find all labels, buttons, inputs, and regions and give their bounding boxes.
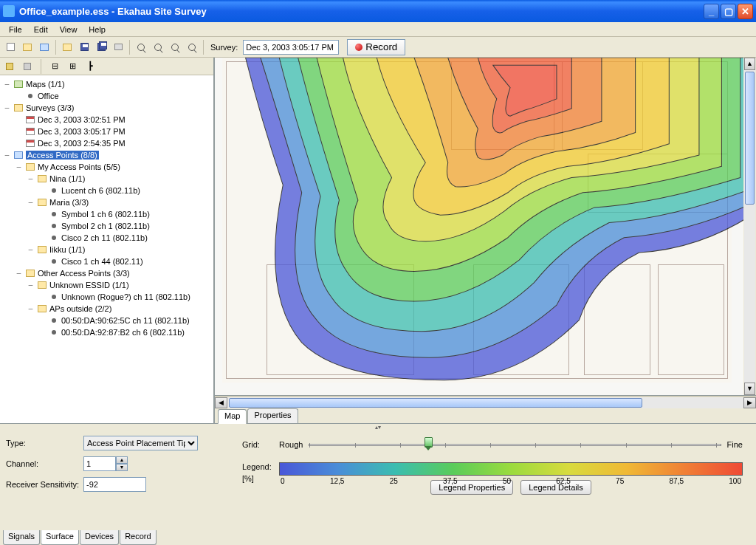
scroll-left-icon[interactable]: ◀: [215, 397, 227, 408]
survey-combo[interactable]: [243, 40, 339, 55]
grid-rough-label: Rough: [279, 440, 303, 449]
tree-office[interactable]: Office: [3, 90, 210, 102]
type-label: Type:: [6, 439, 83, 448]
toolbar-separator: [203, 40, 204, 55]
map-vscrollbar[interactable]: ▲ ▼: [743, 58, 756, 395]
tree-ap-item[interactable]: 00:50:DA:90:62:5C ch 11 (802.11b): [3, 315, 210, 326]
tree-maps[interactable]: −Maps (1/1): [3, 78, 210, 90]
scroll-up-icon[interactable]: ▲: [744, 58, 755, 70]
tree-ap-group[interactable]: −APs outside (2/2): [3, 303, 210, 315]
tab-devices[interactable]: Devices: [80, 530, 119, 545]
map-tabstrip: Map Properties: [215, 408, 756, 423]
tree-ap-item[interactable]: Symbol 1 ch 6 (802.11b): [3, 208, 210, 220]
main-toolbar: Survey: Record: [0, 37, 756, 58]
sensitivity-label: Receiver Sensitivity:: [6, 480, 83, 489]
scroll-right-icon[interactable]: ▶: [743, 397, 756, 408]
slider-thumb[interactable]: [425, 437, 433, 450]
tab-surface[interactable]: Surface: [41, 530, 79, 545]
type-select[interactable]: Access Point Placement Tip: [83, 436, 198, 450]
spin-up-icon[interactable]: ▲: [116, 456, 128, 464]
tb-open-icon[interactable]: [20, 40, 35, 55]
tree-ap-group[interactable]: −Iikku (1/1): [3, 244, 210, 256]
map-canvas[interactable]: ▲ ▼: [215, 58, 756, 396]
tree-ap-item[interactable]: Lucent ch 6 (802.11b): [3, 185, 210, 196]
tree-survey-item[interactable]: Dec 3, 2003 2:54:35 PM: [3, 137, 210, 149]
tree-ap-item[interactable]: Cisco 1 ch 44 (802.11): [3, 256, 210, 267]
tree-surveys[interactable]: −Surveys (3/3): [3, 102, 210, 114]
tb-zoomin-icon[interactable]: [134, 40, 148, 55]
scroll-down-icon[interactable]: ▼: [744, 383, 755, 395]
window-title: Office_example.ess - Ekahau Site Survey: [19, 6, 704, 17]
tb-print-icon[interactable]: [111, 40, 126, 55]
toolbar-separator: [55, 40, 56, 55]
tb-save-icon[interactable]: [77, 40, 92, 55]
record-button[interactable]: Record: [347, 39, 405, 55]
spin-down-icon[interactable]: ▼: [116, 464, 128, 471]
tb-zoom100-icon[interactable]: [185, 40, 199, 55]
menu-bar: File Edit View Help: [0, 22, 756, 37]
legend-label: Legend:: [242, 462, 279, 471]
tb-new-icon[interactable]: [3, 40, 18, 55]
record-label: Record: [365, 41, 397, 52]
bottom-tabstrip: Signals Surface Devices Record: [0, 530, 756, 545]
tree-my-aps[interactable]: −My Access Points (5/5): [3, 161, 210, 173]
legend-gradient: [279, 462, 743, 476]
record-dot-icon: [355, 44, 362, 51]
sensitivity-input[interactable]: [83, 477, 146, 492]
tree-expand-icon[interactable]: ⊟: [47, 59, 62, 74]
tab-record[interactable]: Record: [120, 530, 156, 545]
tree-ap-item[interactable]: 00:50:DA:92:87:B2 ch 6 (802.11b): [3, 326, 210, 338]
map-panel: ▲ ▼ ◀ ▶ Map Properties: [214, 58, 756, 423]
tree-branch-icon[interactable]: ┣: [83, 59, 97, 74]
tree-ap-item[interactable]: Symbol 2 ch 1 (802.11b): [3, 220, 210, 232]
scroll-thumb[interactable]: [745, 72, 755, 205]
tree-collapse-icon[interactable]: ⊞: [65, 59, 80, 74]
tree-ap-item[interactable]: Unknown (Rogue?) ch 11 (802.11b): [3, 291, 210, 303]
tb-saveall-icon[interactable]: [94, 40, 109, 55]
survey-label: Survey:: [210, 43, 238, 52]
tree-access-points[interactable]: −Access Points (8/8): [3, 149, 210, 161]
menu-edit[interactable]: Edit: [28, 24, 54, 35]
tb-zoomout-icon[interactable]: [151, 40, 165, 55]
props-right: Grid: Rough Fine Legend: [%]: [242, 436, 750, 530]
app-icon: [3, 5, 15, 17]
tree-unlock-icon[interactable]: [20, 59, 35, 74]
map-hscrollbar[interactable]: ◀ ▶: [215, 396, 756, 408]
legend-unit: [%]: [242, 474, 279, 483]
tb-add-icon[interactable]: [37, 40, 52, 55]
scroll-track[interactable]: [744, 70, 755, 383]
grid-slider[interactable]: Rough Fine: [279, 436, 743, 453]
menu-file[interactable]: File: [3, 24, 28, 35]
close-button[interactable]: ✕: [738, 4, 753, 19]
tab-map[interactable]: Map: [218, 409, 247, 424]
tab-properties[interactable]: Properties: [247, 408, 298, 423]
grid-label: Grid:: [242, 440, 279, 449]
tree-ap-group[interactable]: −Nina (1/1): [3, 173, 210, 185]
tree-other-aps[interactable]: −Other Access Points (3/3): [3, 267, 210, 279]
maximize-button[interactable]: ▢: [721, 4, 736, 19]
tb-zoomfit-icon[interactable]: [168, 40, 182, 55]
menu-help[interactable]: Help: [83, 24, 111, 35]
tree-ap-group[interactable]: −Unknown ESSID (1/1): [3, 279, 210, 291]
window-titlebar: Office_example.ess - Ekahau Site Survey …: [0, 0, 756, 22]
scroll-track[interactable]: [227, 397, 743, 408]
tab-signals[interactable]: Signals: [3, 530, 40, 545]
tree-survey-item[interactable]: Dec 3, 2003 3:02:51 PM: [3, 114, 210, 126]
tree-toolbar: ⊟ ⊞ ┣: [0, 58, 213, 75]
tree-lock-icon[interactable]: [2, 59, 17, 74]
toolbar-separator: [129, 40, 130, 55]
tree-survey-item[interactable]: Dec 3, 2003 3:05:17 PM: [3, 126, 210, 137]
slider-track[interactable]: [309, 444, 721, 446]
tree-ap-group[interactable]: −Maria (3/3): [3, 196, 210, 208]
heatmap-overlay: [215, 58, 756, 395]
panel-grip[interactable]: ▴▾: [0, 424, 756, 430]
project-tree[interactable]: −Maps (1/1) Office −Surveys (3/3) Dec 3,…: [0, 75, 213, 423]
channel-spinner[interactable]: ▲▼: [83, 456, 128, 471]
channel-input[interactable]: [83, 456, 116, 471]
tree-ap-item[interactable]: Cisco 2 ch 11 (802.11b): [3, 232, 210, 244]
tb-folder-icon[interactable]: [60, 40, 75, 55]
legend-labels: 0 12,5 25 37,5 50 62,5 75 87,5 100: [279, 477, 743, 485]
menu-view[interactable]: View: [54, 24, 83, 35]
minimize-button[interactable]: _: [704, 4, 719, 19]
scroll-thumb[interactable]: [229, 398, 642, 408]
